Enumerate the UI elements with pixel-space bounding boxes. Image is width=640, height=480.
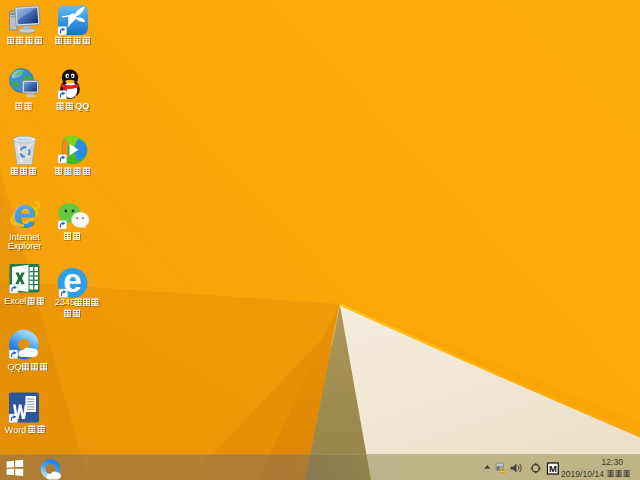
svg-text:M: M	[549, 463, 557, 474]
svg-text:12:30: 12:30	[601, 457, 623, 467]
svg-text:2019/10/14: 2019/10/14	[561, 469, 604, 479]
svg-text:Explorer: Explorer	[8, 241, 42, 251]
svg-text:QQ: QQ	[8, 362, 22, 372]
svg-text:e: e	[13, 190, 36, 237]
svg-text:QQ: QQ	[75, 101, 89, 111]
svg-text:Excel: Excel	[4, 296, 26, 306]
svg-text:2345: 2345	[55, 297, 75, 307]
svg-text:Word: Word	[5, 425, 26, 435]
